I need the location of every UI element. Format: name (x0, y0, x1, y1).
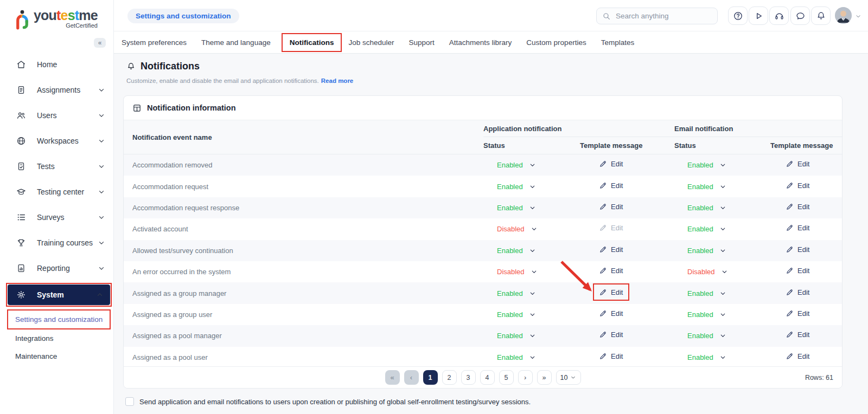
email-status-dropdown[interactable]: Disabled (674, 268, 770, 276)
tab-notifications[interactable]: Notifications (285, 38, 339, 47)
tab-system-preferences[interactable]: System preferences (122, 38, 187, 47)
email-template-edit-button[interactable]: Edit (786, 160, 809, 168)
sidebar-subitem-maintenance[interactable]: Maintenance (7, 347, 111, 365)
email-status-dropdown[interactable]: Enabled (674, 225, 770, 233)
app-status-dropdown[interactable]: Disabled (483, 268, 580, 276)
sidebar-item-home[interactable]: Home (0, 51, 114, 77)
sidebar-item-testing-center[interactable]: Testing center (0, 179, 114, 204)
app-template-edit-button[interactable]: Edit (599, 203, 623, 211)
email-status-dropdown[interactable]: Enabled (674, 289, 770, 297)
tab-support[interactable]: Support (409, 38, 435, 47)
sidebar-item-system-active[interactable]: System (8, 284, 110, 305)
read-more-link[interactable]: Read more (321, 77, 353, 84)
rows-per-page-select[interactable]: 10 (556, 370, 581, 385)
user-avatar[interactable] (835, 7, 852, 24)
help-button[interactable] (728, 7, 748, 25)
self-enrollment-notify-checkbox[interactable] (125, 397, 134, 406)
email-status-dropdown[interactable]: Enabled (674, 204, 770, 212)
email-template-edit-button[interactable]: Edit (786, 331, 809, 339)
app-template-edit-button[interactable]: Edit (599, 331, 623, 339)
pagination-page-5[interactable]: 5 (499, 370, 514, 385)
email-template-edit-button[interactable]: Edit (786, 224, 809, 232)
email-template-edit-button[interactable]: Edit (786, 182, 809, 190)
email-status-dropdown[interactable]: Enabled (674, 353, 770, 361)
tab-job-scheduler[interactable]: Job scheduler (348, 38, 394, 47)
app-status-dropdown[interactable]: Enabled (483, 310, 580, 319)
sidebar-collapse-button[interactable]: « (94, 38, 106, 48)
table-row: Accommodation request response Enabled E… (124, 197, 842, 218)
chevron-down-icon (529, 332, 536, 339)
tests-icon (16, 161, 26, 171)
email-status-dropdown[interactable]: Enabled (674, 332, 770, 340)
sidebar-item-tests[interactable]: Tests (0, 153, 114, 179)
email-template-edit-button[interactable]: Edit (786, 309, 809, 318)
tab-custom-properties[interactable]: Custom properties (526, 38, 586, 47)
chevron-down-icon (98, 163, 105, 170)
email-template-edit-button[interactable]: Edit (786, 245, 809, 254)
app-status-dropdown[interactable]: Disabled (483, 225, 580, 233)
email-status-dropdown[interactable]: Enabled (674, 310, 770, 319)
email-status-dropdown[interactable]: Enabled (674, 161, 770, 169)
table-row: Accommodation removed Enabled Edit Enabl… (124, 154, 842, 176)
app-logo[interactable]: youtestme GetCertified (0, 0, 113, 30)
app-template-edit-button[interactable]: Edit (599, 160, 623, 168)
app-template-edit-button[interactable]: Edit (599, 245, 623, 254)
sidebar-subitem-settings-and-customization[interactable]: Settings and customization (7, 309, 111, 329)
email-template-edit-button[interactable]: Edit (786, 288, 809, 296)
email-template-edit-button[interactable]: Edit (786, 267, 809, 275)
email-template-edit-button[interactable]: Edit (786, 352, 809, 360)
chevron-down-icon (719, 183, 726, 190)
pagination-last-button[interactable]: » (537, 370, 552, 385)
system-gear-icon (16, 290, 26, 300)
pagination-prev-button[interactable]: ‹ (404, 370, 419, 385)
tab-theme-and-language[interactable]: Theme and language (201, 38, 271, 47)
email-status-dropdown[interactable]: Enabled (674, 247, 770, 255)
email-status-dropdown[interactable]: Enabled (674, 183, 770, 191)
chevron-down-icon (98, 214, 105, 221)
app-status-dropdown[interactable]: Enabled (483, 183, 580, 191)
app-status-dropdown[interactable]: Enabled (483, 289, 580, 297)
chevron-down-icon (570, 374, 576, 380)
sidebar-item-reporting[interactable]: Reporting (0, 255, 114, 281)
pagination-page-3[interactable]: 3 (461, 370, 476, 385)
app-status-dropdown[interactable]: Enabled (483, 247, 580, 255)
notifications-button[interactable] (811, 7, 831, 25)
tutorials-button[interactable] (749, 7, 768, 25)
chat-button[interactable] (790, 7, 810, 25)
breadcrumb[interactable]: Settings and customization (127, 9, 239, 23)
search-input[interactable] (616, 12, 708, 20)
sidebar-subitem-integrations[interactable]: Integrations (7, 329, 111, 347)
sidebar-item-training-courses[interactable]: Training courses (0, 230, 114, 255)
app-template-edit-button[interactable]: Edit (599, 352, 623, 360)
app-status-dropdown[interactable]: Enabled (483, 332, 580, 340)
pencil-icon (786, 182, 794, 190)
pagination-page-1[interactable]: 1 (423, 370, 438, 385)
app-status-dropdown[interactable]: Enabled (483, 161, 580, 169)
pagination-page-4[interactable]: 4 (480, 370, 495, 385)
app-template-edit-button[interactable]: Edit (599, 182, 623, 190)
pagination-page-2[interactable]: 2 (442, 370, 457, 385)
email-template-edit-button[interactable]: Edit (786, 203, 809, 211)
sidebar-item-surveys[interactable]: Surveys (0, 204, 114, 230)
sidebar-item-workspaces[interactable]: Workspaces (0, 128, 114, 153)
pagination-next-button[interactable]: › (518, 370, 533, 385)
event-name: Assigned as a pool user (124, 353, 483, 361)
sidebar-item-users[interactable]: Users (0, 102, 114, 128)
sidebar-item-assignments[interactable]: Assignments (0, 77, 114, 102)
table-row: An error occurred in the system Disabled… (124, 261, 842, 282)
tab-attachments-library[interactable]: Attachments library (449, 38, 512, 47)
table-body: Accommodation removed Enabled Edit Enabl… (124, 154, 842, 368)
workspaces-icon (16, 136, 26, 146)
avatar-chevron-icon[interactable] (855, 13, 861, 20)
search-box[interactable] (596, 8, 718, 24)
pencil-icon (599, 288, 607, 296)
app-status-dropdown[interactable]: Enabled (483, 353, 580, 361)
tab-templates[interactable]: Templates (601, 38, 635, 47)
pagination-first-button[interactable]: « (385, 370, 400, 385)
app-template-edit-button[interactable]: Edit (599, 267, 623, 275)
app-status-dropdown[interactable]: Enabled (483, 204, 580, 212)
app-template-edit-button[interactable]: Edit (599, 309, 623, 318)
chevron-up-icon (96, 291, 104, 299)
app-template-edit-button-highlighted[interactable]: Edit (599, 288, 623, 296)
support-button[interactable] (769, 7, 789, 25)
